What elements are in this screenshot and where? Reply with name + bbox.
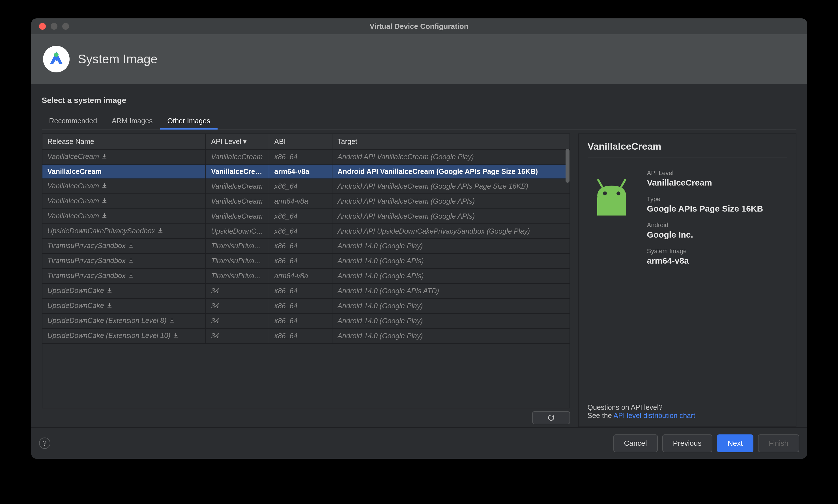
table-row[interactable]: TiramisuPrivacySandboxTiramisuPrivacySx8… <box>42 238 570 253</box>
type-value: Google APIs Page Size 16KB <box>647 204 787 214</box>
download-icon[interactable] <box>106 302 112 310</box>
scrollbar[interactable] <box>566 149 570 183</box>
cell-release: TiramisuPrivacySandbox <box>42 268 206 283</box>
api-level-label: API Level <box>647 169 787 177</box>
svg-point-3 <box>617 192 621 195</box>
system-image-label: System Image <box>647 248 787 255</box>
cell-release: VanillaIceCream <box>42 149 206 164</box>
cell-api: 34 <box>206 299 269 313</box>
refresh-button[interactable] <box>532 411 570 424</box>
next-button[interactable]: Next <box>717 434 753 452</box>
page-subtitle: Select a system image <box>42 96 797 105</box>
cell-abi: x86_64 <box>269 179 333 194</box>
traffic-lights <box>31 23 69 30</box>
cell-release: TiramisuPrivacySandbox <box>42 253 206 268</box>
help-button[interactable]: ? <box>39 437 50 449</box>
cell-target: Android 14.0 (Google Play) <box>332 299 569 313</box>
table-row[interactable]: VanillaIceCreamVanillaIceCreamx86_64Andr… <box>42 149 570 164</box>
android-value: Google Inc. <box>647 230 787 239</box>
col-release-name[interactable]: Release Name <box>42 134 206 149</box>
col-abi[interactable]: ABI <box>269 134 333 149</box>
see-the-text: See the <box>588 412 614 419</box>
table-row[interactable]: UpsideDownCake34x86_64Android 14.0 (Goog… <box>42 299 570 313</box>
minimize-window-button[interactable] <box>51 23 57 30</box>
cell-release: UpsideDownCake (Extension Level 8) <box>42 313 206 328</box>
detail-title: VanillaIceCream <box>588 141 787 158</box>
svg-line-4 <box>598 180 602 187</box>
download-icon[interactable] <box>128 242 134 250</box>
download-icon[interactable] <box>101 182 107 191</box>
col-api-level[interactable]: API Level▾ <box>206 134 269 149</box>
tab-recommended[interactable]: Recommended <box>42 113 105 129</box>
col-abi-label: ABI <box>274 138 286 145</box>
cell-target: Android API UpsideDownCakePrivacySandbox… <box>332 224 569 239</box>
cell-api: VanillaIceCream <box>206 164 269 179</box>
cell-target: Android API VanillaIceCream (Google APIs… <box>332 209 569 224</box>
cancel-button[interactable]: Cancel <box>613 434 658 452</box>
table-row[interactable]: VanillaIceCreamVanillaIceCreamx86_64Andr… <box>42 179 570 194</box>
download-icon[interactable] <box>101 153 107 161</box>
detail-panel: VanillaIceCream API Level <box>578 133 797 427</box>
table-row[interactable]: UpsideDownCake (Extension Level 10)34x86… <box>42 328 570 343</box>
cell-api: VanillaIceCream <box>206 179 269 194</box>
table-row[interactable]: TiramisuPrivacySandboxTiramisuPrivacySar… <box>42 268 570 283</box>
table-row[interactable]: VanillaIceCreamVanillaIceCreamarm64-v8aA… <box>42 194 570 209</box>
zoom-window-button[interactable] <box>62 23 69 30</box>
cell-abi: x86_64 <box>269 253 333 268</box>
download-icon[interactable] <box>101 197 107 205</box>
page-title: System Image <box>78 52 158 66</box>
download-icon[interactable] <box>173 332 179 340</box>
tabs: Recommended ARM Images Other Images <box>42 113 797 129</box>
table-row[interactable]: VanillaIceCreamVanillaIceCreamarm64-v8aA… <box>42 164 570 179</box>
col-target[interactable]: Target <box>332 134 569 149</box>
cell-release: UpsideDownCake (Extension Level 10) <box>42 328 206 343</box>
cell-abi: x86_64 <box>269 238 333 253</box>
cell-api: 34 <box>206 328 269 343</box>
footer-buttons: Cancel Previous Next Finish <box>613 434 799 452</box>
cell-api: VanillaIceCream <box>206 194 269 209</box>
cell-target: Android 14.0 (Google Play) <box>332 313 569 328</box>
cell-abi: x86_64 <box>269 224 333 239</box>
cell-release: TiramisuPrivacySandbox <box>42 238 206 253</box>
cell-api: TiramisuPrivacyS <box>206 253 269 268</box>
download-icon[interactable] <box>106 287 112 295</box>
cell-target: Android 14.0 (Google APIs ATD) <box>332 283 569 299</box>
table-row[interactable]: UpsideDownCake34x86_64Android 14.0 (Goog… <box>42 283 570 299</box>
content: Select a system image Recommended ARM Im… <box>31 84 807 427</box>
cell-api: 34 <box>206 283 269 299</box>
cell-abi: x86_64 <box>269 299 333 313</box>
table-row[interactable]: UpsideDownCakePrivacySandboxUpsideDownCa… <box>42 224 570 239</box>
download-icon[interactable] <box>157 227 163 235</box>
cell-api: VanillaIceCream <box>206 209 269 224</box>
cell-target: Android API VanillaIceCream (Google APIs… <box>332 179 569 194</box>
download-icon[interactable] <box>128 257 134 265</box>
android-studio-icon <box>43 46 70 72</box>
cell-abi: x86_64 <box>269 149 333 164</box>
table-row[interactable]: VanillaIceCreamVanillaIceCreamx86_64Andr… <box>42 209 570 224</box>
android-label: Android <box>647 221 787 229</box>
close-window-button[interactable] <box>39 23 46 30</box>
finish-button: Finish <box>758 434 799 452</box>
download-icon[interactable] <box>101 212 107 221</box>
android-robot-icon <box>588 169 636 398</box>
tab-other-images[interactable]: Other Images <box>160 113 217 129</box>
download-icon[interactable] <box>169 317 175 325</box>
cell-api: 34 <box>206 313 269 328</box>
cell-api: TiramisuPrivacyS <box>206 238 269 253</box>
header: System Image <box>31 34 807 84</box>
cell-target: Android API VanillaIceCream (Google APIs… <box>332 194 569 209</box>
cell-abi: x86_64 <box>269 283 333 299</box>
cell-api: TiramisuPrivacyS <box>206 268 269 283</box>
api-level-distribution-link[interactable]: API level distribution chart <box>613 412 695 419</box>
cell-target: Android API VanillaIceCream (Google APIs… <box>332 164 569 179</box>
previous-button[interactable]: Previous <box>662 434 712 452</box>
cell-target: Android 14.0 (Google Play) <box>332 238 569 253</box>
tab-arm-images[interactable]: ARM Images <box>104 113 160 129</box>
col-target-label: Target <box>338 138 357 145</box>
questions-text: Questions on API level? See the API leve… <box>588 398 787 420</box>
footer: ? Cancel Previous Next Finish <box>31 427 807 459</box>
download-icon[interactable] <box>128 272 134 280</box>
table-row[interactable]: TiramisuPrivacySandboxTiramisuPrivacySx8… <box>42 253 570 268</box>
table-row[interactable]: UpsideDownCake (Extension Level 8)34x86_… <box>42 313 570 328</box>
chevron-down-icon: ▾ <box>243 138 247 145</box>
